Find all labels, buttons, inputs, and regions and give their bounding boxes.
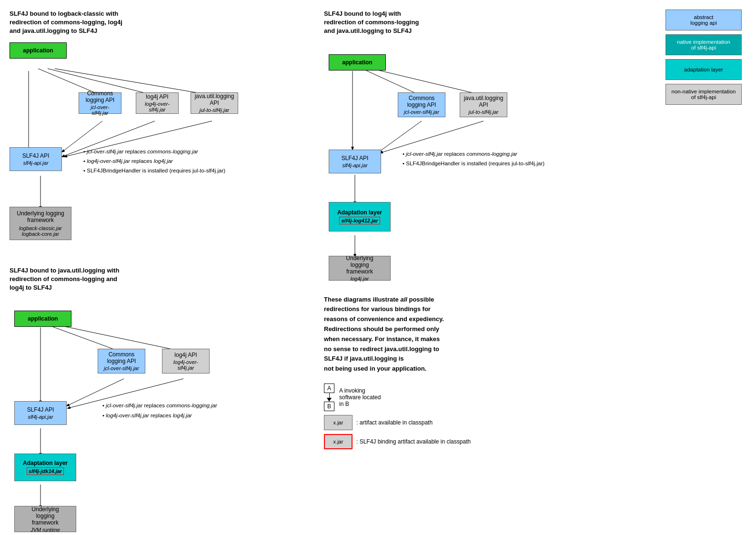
legend-ab-desc: A invokingsoftware locatedin B [339, 387, 381, 407]
d1-slf4j-api-box: SLF4J API slf4j-api.jar [10, 147, 62, 171]
diagram1-title: SLF4J bound to logback-classic with redi… [10, 10, 305, 36]
d2-log4j-api-box: log4j API log4j-over-slf4j.jar [162, 349, 210, 373]
legend-section: A B A invokingsoftware locatedin B x.jar… [324, 384, 562, 449]
d2-slf4j-api-box: SLF4J API slf4j-api.jar [14, 401, 67, 425]
d3-adaptation-box: Adaptation layer slf4j-log412.jar [329, 202, 391, 232]
d1-underlying-box: Underlying loggingframework logback-clas… [10, 207, 71, 240]
legend-xjar-gray-box: x.jar [324, 415, 353, 430]
legend-xjar-gray-row: x.jar : artifact available in classpath [324, 415, 562, 430]
diagram1-area: application Commonslogging API jcl-over-… [10, 42, 305, 252]
svg-line-19 [380, 121, 484, 153]
d1-log4j-api-box: log4j API log4j-over-slf4j.jar [136, 92, 179, 114]
svg-line-15 [362, 69, 419, 95]
color-legend-blue: abstractlogging api [665, 10, 742, 30]
legend-a-box: A [324, 384, 334, 393]
d1-jul-api-box: java.util.loggingAPI jul-to-slf4j.jar [191, 92, 238, 114]
legend-b-box: B [324, 402, 334, 411]
svg-line-9 [57, 325, 181, 351]
d3-application-box: application [329, 54, 386, 71]
legend-xjar-red-desc: : SLF4J binding artifact available in cl… [356, 438, 471, 445]
d1-application-box: application [10, 42, 67, 59]
svg-line-8 [48, 325, 119, 351]
svg-line-18 [379, 121, 422, 152]
d3-underlying-box: Underlyingloggingframework log4j.jar [329, 256, 391, 281]
legend-xjar-red-row: x.jar : SLF4J binding artifact available… [324, 434, 562, 449]
svg-line-2 [55, 69, 210, 95]
d2-adaptation-box: Adaptation layer slf4j-jdk14.jar [14, 454, 76, 481]
legend-xjar-red-box: x.jar [324, 434, 353, 449]
legend-xjar-gray-desc: : artifact available in classpath [356, 419, 433, 426]
diagram2-area: application Commonslogging API jcl-over-… [10, 299, 305, 527]
description-text: These diagrams illustrate all possible r… [324, 295, 562, 374]
color-legend-cyan: adaptation layer [665, 59, 742, 80]
page-container: SLF4J bound to logback-classic with redi… [10, 10, 746, 535]
left-column: SLF4J bound to logback-classic with redi… [10, 10, 305, 535]
legend-ab-row: A B A invokingsoftware locatedin B [324, 384, 562, 411]
d2-application-box: application [14, 311, 71, 327]
color-legend-gray: non-native implementationof slf4j-api [665, 84, 742, 105]
d3-notes: jcl-over-slf4j.jar replaces commons-logg… [398, 150, 544, 169]
d1-commons-api-box: Commonslogging API jcl-over-slf4j.jar [79, 92, 121, 114]
legend-ab-diagram: A B [324, 384, 334, 411]
d2-notes: jcl-over-slf4j.jar replaces commons-logg… [98, 401, 217, 421]
d2-commons-api-box: Commonslogging API jcl-over-slf4j.jar [98, 349, 145, 373]
color-legend-teal: native implementationof slf4j-api [665, 34, 742, 55]
d3-commons-api-box: Commonslogging API jcl-over-slf4j.jar [398, 92, 445, 117]
d2-underlying-box: Underlyingloggingframework JVM runtime [14, 506, 76, 532]
color-legend-column: abstractlogging api native implementatio… [665, 10, 746, 109]
d3-jul-api-box: java.util.loggingAPI jul-to-slf4j.jar [460, 92, 507, 117]
svg-line-16 [372, 69, 481, 95]
right-column: SLF4J bound to log4j with redirection of… [324, 10, 746, 535]
diagram2-title: SLF4J bound to java.util.logging with re… [10, 266, 305, 293]
d3-slf4j-api-box: SLF4J API slf4j-api.jar [329, 150, 381, 173]
d1-notes: jcl-over-slf4j.jar replaces commons-logg… [79, 147, 225, 176]
description-section: These diagrams illustrate all possible r… [324, 295, 562, 449]
